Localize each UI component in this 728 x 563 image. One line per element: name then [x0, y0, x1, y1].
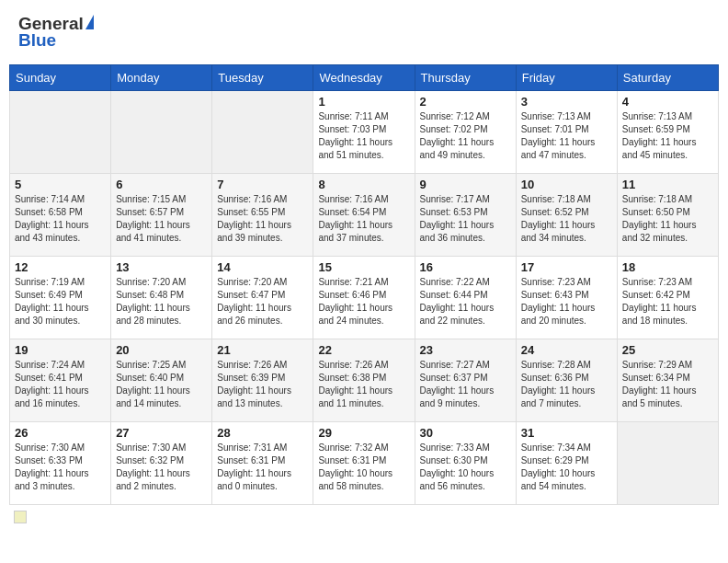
day-info: Sunrise: 7:22 AMSunset: 6:44 PMDaylight:… [420, 276, 511, 327]
day-number: 20 [116, 343, 207, 357]
day-number: 22 [318, 343, 409, 357]
day-info: Sunrise: 7:15 AMSunset: 6:57 PMDaylight:… [116, 193, 207, 245]
day-number: 19 [15, 343, 106, 357]
calendar-cell: 4Sunrise: 7:13 AMSunset: 6:59 PMDaylight… [617, 91, 718, 174]
calendar-cell: 27Sunrise: 7:30 AMSunset: 6:32 PMDayligh… [111, 422, 212, 505]
day-number: 29 [318, 426, 409, 440]
day-number: 3 [521, 95, 612, 109]
weekday-header-sunday: Sunday [10, 65, 111, 91]
weekday-header-monday: Monday [111, 65, 212, 91]
day-number: 26 [15, 426, 106, 440]
calendar-cell [212, 91, 313, 174]
calendar-cell: 21Sunrise: 7:26 AMSunset: 6:39 PMDayligh… [212, 339, 313, 422]
logo-triangle-icon [85, 15, 94, 29]
calendar-cell: 9Sunrise: 7:17 AMSunset: 6:53 PMDaylight… [415, 174, 516, 257]
calendar-week-row: 5Sunrise: 7:14 AMSunset: 6:58 PMDaylight… [10, 174, 719, 257]
calendar-week-row: 19Sunrise: 7:24 AMSunset: 6:41 PMDayligh… [10, 339, 719, 422]
footer [9, 511, 719, 523]
day-info: Sunrise: 7:16 AMSunset: 6:54 PMDaylight:… [318, 193, 409, 245]
calendar-cell: 16Sunrise: 7:22 AMSunset: 6:44 PMDayligh… [415, 257, 516, 339]
calendar-cell: 31Sunrise: 7:34 AMSunset: 6:29 PMDayligh… [516, 422, 617, 505]
day-info: Sunrise: 7:17 AMSunset: 6:53 PMDaylight:… [420, 193, 511, 245]
weekday-header-saturday: Saturday [617, 65, 718, 91]
day-number: 24 [521, 343, 612, 357]
calendar-cell: 18Sunrise: 7:23 AMSunset: 6:42 PMDayligh… [617, 257, 718, 339]
day-number: 23 [420, 343, 511, 357]
day-info: Sunrise: 7:19 AMSunset: 6:49 PMDaylight:… [15, 276, 106, 327]
day-info: Sunrise: 7:33 AMSunset: 6:30 PMDaylight:… [420, 442, 511, 493]
day-number: 18 [622, 260, 713, 274]
day-info: Sunrise: 7:12 AMSunset: 7:02 PMDaylight:… [420, 110, 511, 162]
day-number: 21 [217, 343, 308, 357]
day-info: Sunrise: 7:34 AMSunset: 6:29 PMDaylight:… [521, 442, 612, 493]
day-info: Sunrise: 7:26 AMSunset: 6:39 PMDaylight:… [217, 359, 308, 410]
day-number: 16 [420, 260, 511, 274]
day-info: Sunrise: 7:28 AMSunset: 6:36 PMDaylight:… [521, 359, 612, 410]
day-number: 27 [116, 426, 207, 440]
weekday-header-thursday: Thursday [415, 65, 516, 91]
day-number: 28 [217, 426, 308, 440]
day-info: Sunrise: 7:16 AMSunset: 6:55 PMDaylight:… [217, 193, 308, 245]
calendar-cell: 20Sunrise: 7:25 AMSunset: 6:40 PMDayligh… [111, 339, 212, 422]
day-number: 17 [521, 260, 612, 274]
day-info: Sunrise: 7:31 AMSunset: 6:31 PMDaylight:… [217, 442, 308, 493]
day-info: Sunrise: 7:14 AMSunset: 6:58 PMDaylight:… [15, 193, 106, 245]
day-info: Sunrise: 7:18 AMSunset: 6:50 PMDaylight:… [622, 193, 713, 245]
day-info: Sunrise: 7:20 AMSunset: 6:47 PMDaylight:… [217, 276, 308, 327]
day-number: 1 [318, 95, 409, 109]
calendar-cell: 29Sunrise: 7:32 AMSunset: 6:31 PMDayligh… [313, 422, 415, 505]
day-number: 31 [521, 426, 612, 440]
day-info: Sunrise: 7:13 AMSunset: 7:01 PMDaylight:… [521, 110, 612, 162]
calendar-cell: 5Sunrise: 7:14 AMSunset: 6:58 PMDaylight… [10, 174, 111, 257]
calendar-cell: 14Sunrise: 7:20 AMSunset: 6:47 PMDayligh… [212, 257, 313, 339]
logo: General Blue [18, 14, 94, 51]
calendar-cell: 23Sunrise: 7:27 AMSunset: 6:37 PMDayligh… [415, 339, 516, 422]
day-number: 15 [318, 260, 409, 274]
weekday-header-row: SundayMondayTuesdayWednesdayThursdayFrid… [10, 65, 719, 91]
day-info: Sunrise: 7:13 AMSunset: 6:59 PMDaylight:… [622, 110, 713, 162]
calendar-cell: 1Sunrise: 7:11 AMSunset: 7:03 PMDaylight… [313, 91, 415, 174]
calendar-week-row: 12Sunrise: 7:19 AMSunset: 6:49 PMDayligh… [10, 257, 719, 339]
day-info: Sunrise: 7:25 AMSunset: 6:40 PMDaylight:… [116, 359, 207, 410]
day-number: 10 [521, 178, 612, 191]
day-info: Sunrise: 7:30 AMSunset: 6:33 PMDaylight:… [15, 442, 106, 493]
day-number: 25 [622, 343, 713, 357]
day-number: 4 [622, 95, 713, 109]
calendar-week-row: 1Sunrise: 7:11 AMSunset: 7:03 PMDaylight… [10, 91, 719, 174]
weekday-header-friday: Friday [516, 65, 617, 91]
day-info: Sunrise: 7:20 AMSunset: 6:48 PMDaylight:… [116, 276, 207, 327]
day-info: Sunrise: 7:24 AMSunset: 6:41 PMDaylight:… [15, 359, 106, 410]
day-number: 13 [116, 260, 207, 274]
calendar-cell [617, 422, 718, 505]
weekday-header-wednesday: Wednesday [313, 65, 415, 91]
calendar-cell: 25Sunrise: 7:29 AMSunset: 6:34 PMDayligh… [617, 339, 718, 422]
calendar-cell: 11Sunrise: 7:18 AMSunset: 6:50 PMDayligh… [617, 174, 718, 257]
calendar-cell: 2Sunrise: 7:12 AMSunset: 7:02 PMDaylight… [415, 91, 516, 174]
calendar-cell: 3Sunrise: 7:13 AMSunset: 7:01 PMDaylight… [516, 91, 617, 174]
weekday-header-tuesday: Tuesday [212, 65, 313, 91]
day-number: 7 [217, 178, 308, 191]
calendar-cell [111, 91, 212, 174]
calendar-table: SundayMondayTuesdayWednesdayThursdayFrid… [9, 64, 719, 505]
day-number: 11 [622, 178, 713, 191]
day-info: Sunrise: 7:11 AMSunset: 7:03 PMDaylight:… [318, 110, 409, 162]
day-info: Sunrise: 7:26 AMSunset: 6:38 PMDaylight:… [318, 359, 409, 410]
calendar-cell: 28Sunrise: 7:31 AMSunset: 6:31 PMDayligh… [212, 422, 313, 505]
calendar-cell: 24Sunrise: 7:28 AMSunset: 6:36 PMDayligh… [516, 339, 617, 422]
calendar-cell: 26Sunrise: 7:30 AMSunset: 6:33 PMDayligh… [10, 422, 111, 505]
calendar-cell: 7Sunrise: 7:16 AMSunset: 6:55 PMDaylight… [212, 174, 313, 257]
day-info: Sunrise: 7:32 AMSunset: 6:31 PMDaylight:… [318, 442, 409, 493]
page-header: General Blue [9, 9, 719, 55]
calendar-cell [10, 91, 111, 174]
day-number: 8 [318, 178, 409, 191]
day-info: Sunrise: 7:21 AMSunset: 6:46 PMDaylight:… [318, 276, 409, 327]
calendar-cell: 13Sunrise: 7:20 AMSunset: 6:48 PMDayligh… [111, 257, 212, 339]
calendar-cell: 10Sunrise: 7:18 AMSunset: 6:52 PMDayligh… [516, 174, 617, 257]
day-info: Sunrise: 7:30 AMSunset: 6:32 PMDaylight:… [116, 442, 207, 493]
calendar-cell: 19Sunrise: 7:24 AMSunset: 6:41 PMDayligh… [10, 339, 111, 422]
day-number: 2 [420, 95, 511, 109]
calendar-cell: 6Sunrise: 7:15 AMSunset: 6:57 PMDaylight… [111, 174, 212, 257]
day-info: Sunrise: 7:18 AMSunset: 6:52 PMDaylight:… [521, 193, 612, 245]
day-info: Sunrise: 7:27 AMSunset: 6:37 PMDaylight:… [420, 359, 511, 410]
calendar-cell: 15Sunrise: 7:21 AMSunset: 6:46 PMDayligh… [313, 257, 415, 339]
